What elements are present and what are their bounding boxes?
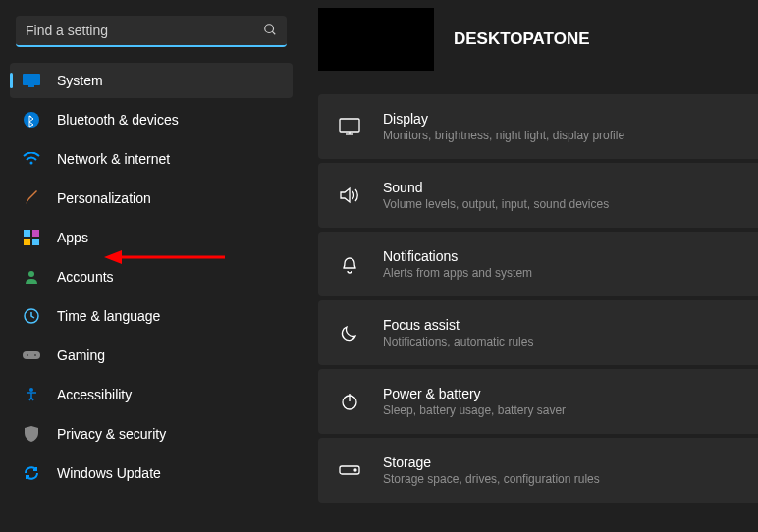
nav-label: Windows Update [57,465,161,481]
card-notifications[interactable]: Notifications Alerts from apps and syste… [318,232,758,296]
apps-icon [22,228,41,247]
person-icon [22,267,41,287]
nav-item-accounts[interactable]: Accounts [10,259,293,294]
card-focus[interactable]: Focus assist Notifications, automatic ru… [318,300,758,365]
clock-icon [22,306,41,326]
settings-card-list: Display Monitors, brightness, night ligh… [318,94,758,503]
card-sub: Volume levels, output, input, sound devi… [383,197,609,211]
svg-point-15 [29,388,33,392]
search-icon [263,23,277,39]
card-power[interactable]: Power & battery Sleep, battery usage, ba… [318,369,758,434]
card-sub: Notifications, automatic rules [383,335,533,348]
svg-point-5 [30,162,33,165]
svg-rect-8 [24,239,30,245]
card-sub: Alerts from apps and system [383,266,532,280]
nav-item-bluetooth[interactable]: Bluetooth & devices [10,102,293,137]
nav-label: Accessibility [57,387,132,402]
nav-item-apps[interactable]: Apps [10,220,293,255]
nav-label: Time & language [57,308,160,324]
update-icon [22,463,41,483]
sound-icon [338,184,361,207]
card-title: Sound [383,180,609,195]
svg-rect-3 [28,85,34,87]
wifi-icon [22,149,41,169]
svg-rect-6 [24,230,30,237]
svg-rect-18 [340,119,359,132]
nav-label: Personalization [57,190,151,206]
card-title: Notifications [383,248,532,264]
shield-icon [22,424,41,444]
accessibility-icon [22,385,41,404]
nav-label: Network & internet [57,151,170,167]
display-icon [22,71,41,90]
bell-icon [338,252,361,276]
nav-label: Bluetooth & devices [57,112,179,128]
moon-icon [338,321,361,345]
header: DESKTOPATONE [318,8,758,71]
nav-label: Gaming [57,347,105,363]
brush-icon [22,188,41,208]
storage-icon [338,458,361,482]
card-title: Storage [383,454,600,470]
card-title: Focus assist [383,317,533,333]
nav-label: System [57,73,103,88]
search-box[interactable] [16,16,287,47]
nav-label: Apps [57,230,88,245]
search-input[interactable] [26,23,263,38]
svg-rect-9 [32,239,39,245]
sidebar: System Bluetooth & devices Network & int… [0,0,302,532]
card-title: Display [383,111,624,127]
display-icon [338,115,361,138]
nav-item-privacy[interactable]: Privacy & security [10,416,293,452]
device-name: DESKTOPATONE [454,29,590,49]
nav-item-gaming[interactable]: Gaming [10,338,293,373]
nav-list: System Bluetooth & devices Network & int… [10,63,293,491]
card-sub: Monitors, brightness, night light, displ… [383,129,624,142]
nav-item-network[interactable]: Network & internet [10,141,293,177]
card-sub: Sleep, battery usage, battery saver [383,403,566,417]
bluetooth-icon [22,110,41,130]
avatar [318,8,434,71]
svg-rect-2 [23,74,40,85]
svg-point-13 [27,354,28,356]
main-panel: DESKTOPATONE Display Monitors, brightnes… [302,0,758,532]
svg-rect-12 [23,351,40,359]
svg-point-24 [354,469,356,471]
nav-item-personalization[interactable]: Personalization [10,181,293,216]
svg-rect-7 [32,230,39,237]
power-icon [338,390,361,413]
nav-item-system[interactable]: System [10,63,293,98]
card-title: Power & battery [383,386,566,401]
card-sound[interactable]: Sound Volume levels, output, input, soun… [318,163,758,228]
nav-item-time[interactable]: Time & language [10,298,293,334]
nav-item-update[interactable]: Windows Update [10,455,293,491]
nav-item-accessibility[interactable]: Accessibility [10,377,293,412]
svg-point-10 [28,271,34,277]
svg-point-14 [34,354,36,356]
svg-line-1 [272,31,275,34]
nav-label: Accounts [57,269,114,285]
card-display[interactable]: Display Monitors, brightness, night ligh… [318,94,758,159]
card-storage[interactable]: Storage Storage space, drives, configura… [318,438,758,503]
nav-label: Privacy & security [57,426,166,442]
card-sub: Storage space, drives, configuration rul… [383,472,600,486]
gamepad-icon [22,346,41,365]
